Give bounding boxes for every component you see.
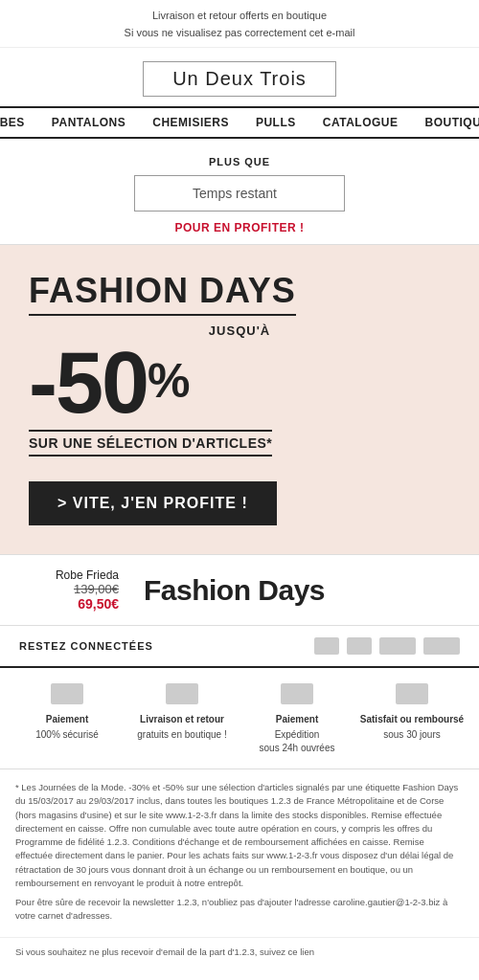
nav-item-robes[interactable]: ROBES bbox=[0, 116, 38, 129]
hero-section: FASHION DAYS JUSQU'À -50% SUR UNE SÉLECT… bbox=[0, 245, 479, 554]
feature-shipping-title: Paiement bbox=[243, 713, 351, 726]
product-name: Robe Frieda bbox=[19, 568, 119, 582]
feature-delivery: Livraison et retour gratuits en boutique… bbox=[125, 683, 240, 742]
nav-item-pulls[interactable]: PULLS bbox=[242, 116, 309, 129]
nav-item-pantalons[interactable]: PANTALONS bbox=[38, 116, 139, 129]
product-row: Robe Frieda 139,00€ 69,50€ Fashion Days bbox=[0, 554, 479, 626]
feature-returns: Satisfait ou remboursé sous 30 jours bbox=[354, 683, 469, 742]
fine-print-p2: Pour être sûre de recevoir la newsletter… bbox=[15, 896, 464, 924]
product-info: Robe Frieda 139,00€ 69,50€ bbox=[19, 568, 134, 612]
facebook-icon[interactable] bbox=[314, 637, 339, 655]
feature-delivery-desc: gratuits en boutique ! bbox=[137, 729, 226, 740]
pour-en-profiter[interactable]: POUR EN PROFITER ! bbox=[0, 221, 479, 234]
timer-placeholder: Temps restant bbox=[193, 186, 277, 201]
feature-delivery-title: Livraison et retour bbox=[128, 713, 236, 726]
hero-cta-button[interactable]: > VITE, J'EN PROFITE ! bbox=[29, 481, 277, 525]
unsubscribe-text: Si vous souhaitez ne plus recevoir d'ema… bbox=[15, 947, 314, 957]
fine-print: * Les Journées de la Mode. -30% et -50% … bbox=[0, 769, 479, 938]
feature-shipping-desc: sous 24h ouvrées bbox=[260, 743, 335, 753]
discount-value: -50% bbox=[29, 340, 450, 426]
payment-icon bbox=[51, 683, 83, 704]
main-nav: ROBES PANTALONS CHEMISIERS PULLS CATALOG… bbox=[0, 106, 479, 139]
pinterest-icon[interactable] bbox=[423, 637, 460, 655]
feature-shipping-desc2: Expédition bbox=[275, 729, 320, 740]
countdown-section: PLUS QUE Temps restant POUR EN PROFITER … bbox=[0, 139, 479, 245]
top-banner: Livraison et retour offerts en boutique … bbox=[0, 0, 479, 48]
feature-returns-desc: sous 30 jours bbox=[383, 729, 440, 740]
shipping-icon bbox=[281, 683, 313, 704]
logo[interactable]: Un Deux Trois bbox=[143, 61, 336, 97]
feature-shipping: Paiement Expédition sous 24h ouvrées bbox=[240, 683, 354, 755]
hero-title: FASHION DAYS bbox=[29, 274, 296, 316]
restez-connectees: RESTEZ CONNECTÉES bbox=[19, 640, 153, 652]
feature-returns-title: Satisfait ou remboursé bbox=[358, 713, 466, 726]
social-row: RESTEZ CONNECTÉES bbox=[0, 626, 479, 668]
instagram-icon[interactable] bbox=[379, 637, 416, 655]
unsubscribe-section: Si vous souhaitez ne plus recevoir d'ema… bbox=[0, 938, 479, 974]
logo-section: Un Deux Trois bbox=[0, 48, 479, 106]
timer-box: Temps restant bbox=[134, 175, 345, 212]
fine-print-p1: * Les Journées de la Mode. -30% et -50% … bbox=[15, 781, 464, 890]
feature-payment-title: Paiement bbox=[13, 713, 121, 726]
sur-une-label: SUR UNE SÉLECTION D'ARTICLES* bbox=[29, 430, 272, 457]
nav-item-boutiques[interactable]: BOUTIQUES bbox=[412, 116, 480, 129]
plus-que-label: PLUS QUE bbox=[0, 156, 479, 167]
nav-item-chemisiers[interactable]: CHEMISIERS bbox=[139, 116, 242, 129]
social-icons bbox=[314, 637, 460, 655]
returns-icon bbox=[396, 683, 428, 704]
price-sale: 69,50€ bbox=[19, 596, 119, 612]
delivery-icon bbox=[166, 683, 198, 704]
nav-item-catalogue[interactable]: CATALOGUE bbox=[309, 116, 412, 129]
twitter-icon[interactable] bbox=[347, 637, 372, 655]
banner-line1: Livraison et retour offerts en boutique bbox=[10, 8, 469, 25]
product-brand: Fashion Days bbox=[134, 574, 460, 607]
discount-percent: % bbox=[148, 357, 188, 405]
features-row: Paiement 100% sécurisé Livraison et reto… bbox=[0, 668, 479, 769]
banner-line2: Si vous ne visualisez pas correctement c… bbox=[10, 25, 469, 42]
price-original: 139,00€ bbox=[19, 582, 119, 596]
brand-name: Fashion Days bbox=[144, 574, 325, 606]
feature-payment-desc: 100% sécurisé bbox=[35, 729, 99, 740]
discount-number: -50 bbox=[29, 335, 148, 431]
feature-payment: Paiement 100% sécurisé bbox=[10, 683, 125, 742]
